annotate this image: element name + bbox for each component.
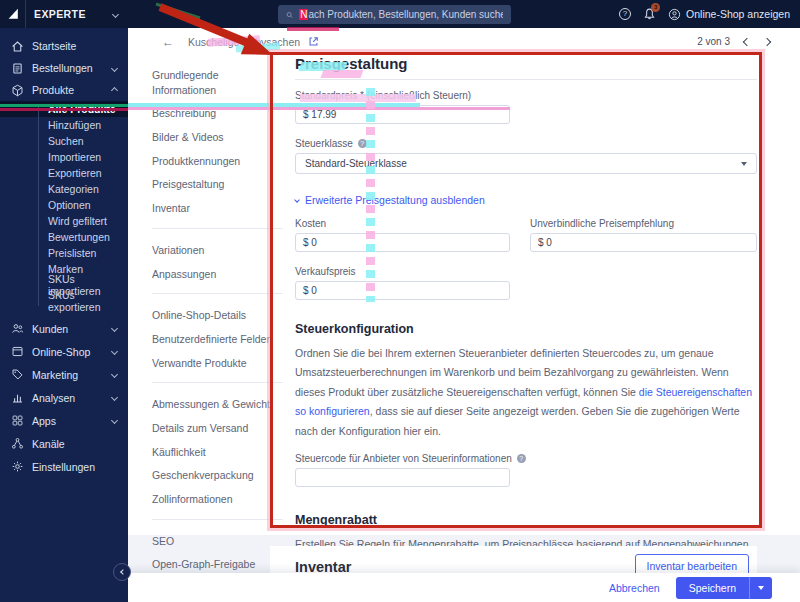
nav-geschenkverpackung[interactable]: Geschenkverpackung [152,468,283,483]
bulk-pricing-title: Mengenrabatt [295,513,757,527]
save-button[interactable]: Speichern [676,577,772,599]
default-price-input[interactable]: $ 17.99 [295,105,510,124]
chevron-down-icon [111,371,118,378]
sidebar-item-exportieren[interactable]: Exportieren [0,165,128,181]
sale-price-label: Verkaufspreis [295,266,757,277]
notifications-bell-icon[interactable]: 3 [643,7,656,21]
caret-down-icon [741,162,747,166]
tax-code-label: Steuercode für Anbieter von Steuerinform… [295,453,757,464]
chevron-down-icon [111,64,118,71]
nav-inventar[interactable]: Inventar [152,201,283,216]
nav-bilder-videos[interactable]: Bilder & Videos [152,130,283,145]
bigcommerce-logo-icon [0,0,26,28]
notification-badge: 3 [651,3,660,12]
tax-config-description: Ordnen Sie die bei Ihrem externen Steuer… [295,344,757,441]
pricing-section: Preisgestaltung Standardpreis * (einschl… [295,55,757,602]
search-placeholder: Nach Produkten, Bestellungen, Kunden suc… [299,9,503,20]
sidebar-item-importieren[interactable]: Importieren [0,149,128,165]
nav-divider [152,519,283,520]
sidebar-item-online-shop[interactable]: Online-Shop [0,340,128,363]
default-price-label: Standardpreis * (einschließlich Steuern) [295,90,757,101]
view-store-link[interactable]: Online-Shop anzeigen [668,8,790,21]
products-icon [11,84,24,97]
msrp-input[interactable]: $ 0 [530,233,757,252]
cost-input[interactable]: $ 0 [295,233,510,252]
tax-code-input[interactable] [295,468,510,487]
product-section-nav: Grundlegende Informationen Beschreibung … [152,68,283,581]
save-options-caret[interactable] [750,577,772,599]
nav-kaeuflichkeit[interactable]: Käuflichkeit [152,445,283,460]
user-icon [668,8,681,21]
search-icon [286,10,293,20]
product-topbar: ← Kuschelige Babysachen 2 von 3 [128,28,800,55]
chevron-up-icon [111,86,118,93]
pager-count: 2 von 3 [697,36,730,47]
chevron-down-icon [294,197,300,203]
collapse-sidebar-button[interactable] [113,563,131,581]
prev-product-icon[interactable] [743,37,751,45]
help-tooltip-icon[interactable] [517,454,526,463]
nav-produktkennungen[interactable]: Produktkennungen [152,154,283,169]
nav-online-shop-details[interactable]: Online-Shop-Details [152,308,283,323]
global-search-input[interactable]: Nach Produkten, Bestellungen, Kunden suc… [278,5,511,24]
nav-beschreibung[interactable]: Beschreibung [152,106,283,121]
top-header: EXPERTE Nach Produkten, Bestellungen, Ku… [0,0,800,28]
nav-divider [152,228,283,229]
advanced-pricing-toggle[interactable]: Erweiterte Preisgestaltung ausblenden [295,194,485,206]
sidebar-item-analysen[interactable]: Analysen [0,386,128,409]
sidebar-item-kategorien[interactable]: Kategorien [0,181,128,197]
sidebar-item-optionen[interactable]: Optionen [0,197,128,213]
nav-details-zum-versand[interactable]: Details zum Versand [152,421,283,436]
nav-benutzerdefinierte-felder[interactable]: Benutzerdefinierte Felder [152,332,283,347]
product-title: Kuschelige Babysachen [188,36,300,48]
sidebar-item-einstellungen[interactable]: Einstellungen [0,455,128,478]
sidebar-item-skus-exportieren[interactable]: SKUs exportieren [0,293,128,309]
sidebar-item-produkte[interactable]: Produkte [0,79,128,101]
sidebar-item-bewertungen[interactable]: Bewertungen [0,229,128,245]
tax-class-select[interactable]: Standard-Steuerklasse [295,153,757,174]
bigcommerce-admin: EXPERTE Nach Produkten, Bestellungen, Ku… [0,0,800,602]
nav-preisgestaltung[interactable]: Preisgestaltung [152,177,283,192]
sidebar-item-marketing[interactable]: Marketing [0,363,128,386]
chevron-down-icon[interactable] [112,10,119,17]
nav-seo[interactable]: SEO [152,534,283,549]
back-arrow-icon[interactable]: ← [162,35,174,49]
sidebar-item-startseite[interactable]: Startseite [0,35,128,57]
sidebar-item-bestellungen[interactable]: Bestellungen [0,57,128,79]
nav-anpassungen[interactable]: Anpassungen [152,267,283,282]
home-icon [11,40,24,53]
nav-grundlegende-informationen[interactable]: Grundlegende Informationen [152,68,283,97]
sidebar-item-alle-produkte[interactable]: Alle Produkte [0,101,128,117]
sidebar-item-apps[interactable]: Apps [0,409,128,432]
sidebar-item-preislisten[interactable]: Preislisten [0,245,128,261]
nav-divider [152,293,283,294]
external-link-icon[interactable] [308,33,319,51]
nav-abmessungen-gewicht[interactable]: Abmessungen & Gewicht [152,397,283,412]
cost-label: Kosten [295,218,510,229]
gear-icon [11,460,24,473]
next-product-icon[interactable] [763,37,771,45]
sale-price-input[interactable]: $ 0 [295,281,510,300]
msrp-label: Unverbindliche Preisempfehlung [530,218,757,229]
chevron-down-icon [111,325,118,332]
nav-verwandte-produkte[interactable]: Verwandte Produkte [152,356,283,371]
cancel-button[interactable]: Abbrechen [609,582,660,594]
nav-zollinformationen[interactable]: Zollinformationen [152,492,283,507]
produkte-submenu: Alle Produkte Hinzufügen Suchen Importie… [0,101,128,309]
sidebar-item-kunden[interactable]: Kunden [0,317,128,340]
pricing-title: Preisgestaltung [295,55,757,80]
nav-open-graph-freigabe[interactable]: Open-Graph-Freigabe [152,557,283,572]
brand-area[interactable]: EXPERTE [0,0,128,28]
help-tooltip-icon[interactable] [358,139,367,148]
sidebar-item-hinzufuegen[interactable]: Hinzufügen [0,117,128,133]
channels-icon [11,437,24,450]
sidebar-item-suchen[interactable]: Suchen [0,133,128,149]
help-icon[interactable] [619,8,631,20]
nav-variationen[interactable]: Variationen [152,243,283,258]
chevron-down-icon [111,417,118,424]
nav-divider [152,382,283,383]
action-bar: Abbrechen Speichern [128,573,800,602]
sidebar-item-kanaele[interactable]: Kanäle [0,432,128,455]
sidebar-item-wird-gefiltert[interactable]: Wird gefiltert [0,213,128,229]
chevron-down-icon [111,348,118,355]
